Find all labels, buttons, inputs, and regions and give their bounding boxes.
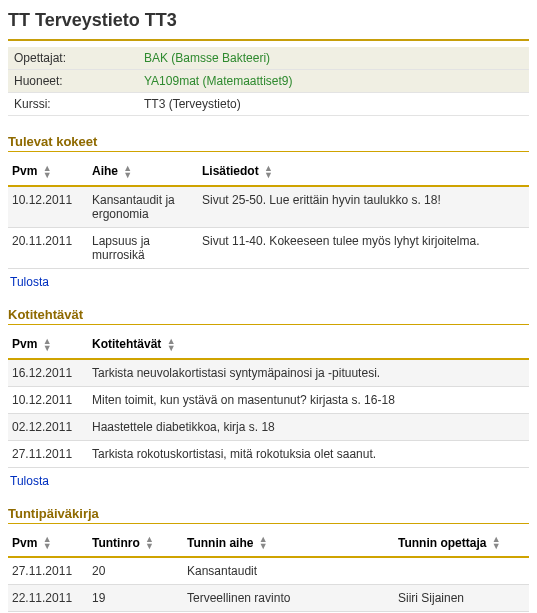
cell-aihe: Kansantaudit ja ergonomia [88, 186, 198, 228]
cell-pvm: 16.12.2011 [8, 359, 88, 387]
homework-table: Pvm Kotitehtävät 16.12.2011Tarkista neuv… [8, 331, 529, 468]
cell-task: Haastettele diabetikkoa, kirja s. 18 [88, 413, 529, 440]
cell-pvm: 27.11.2011 [8, 440, 88, 467]
sort-icon[interactable] [145, 536, 154, 550]
diary-header-opettaja[interactable]: Tunnin opettaja [394, 530, 529, 558]
section-title-exams: Tulevat kokeet [8, 134, 529, 149]
homework-header-task[interactable]: Kotitehtävät [88, 331, 529, 359]
table-row: 16.12.2011Tarkista neuvolakortistasi syn… [8, 359, 529, 387]
sort-icon[interactable] [167, 338, 176, 352]
cell-pvm: 10.12.2011 [8, 186, 88, 228]
table-row: 10.12.2011Miten toimit, kun ystävä on ma… [8, 386, 529, 413]
print-link-homework[interactable]: Tulosta [10, 474, 49, 488]
course-info-table: Opettajat:BAK (Bamsse Bakteeri)Huoneet:Y… [8, 47, 529, 116]
cell-pvm: 02.12.2011 [8, 413, 88, 440]
info-label: Kurssi: [8, 93, 138, 116]
cell-pvm: 27.11.2011 [8, 557, 88, 585]
exams-header-aihe[interactable]: Aihe [88, 158, 198, 186]
exams-header-pvm[interactable]: Pvm [8, 158, 88, 186]
info-value[interactable]: BAK (Bamsse Bakteeri) [138, 47, 529, 70]
table-row: 27.11.2011Tarkista rokotuskortistasi, mi… [8, 440, 529, 467]
sort-icon[interactable] [492, 536, 501, 550]
info-row: Huoneet:YA109mat (Matemaattiset9) [8, 70, 529, 93]
cell-task: Tarkista neuvolakortistasi syntymäpainos… [88, 359, 529, 387]
header-label: Aihe [92, 164, 118, 178]
header-label: Tunnin opettaja [398, 536, 486, 550]
diary-table: Pvm Tuntinro Tunnin aihe Tunnin opettaja… [8, 530, 529, 613]
header-label: Kotitehtävät [92, 337, 161, 351]
section-divider-diary [8, 523, 529, 524]
exams-table: Pvm Aihe Lisätiedot 10.12.2011Kansantaud… [8, 158, 529, 269]
sort-icon[interactable] [264, 165, 273, 179]
section-title-diary: Tuntipäiväkirja [8, 506, 529, 521]
header-label: Pvm [12, 164, 37, 178]
info-label: Huoneet: [8, 70, 138, 93]
diary-header-aihe[interactable]: Tunnin aihe [183, 530, 394, 558]
table-row: 02.12.2011 Haastettele diabetikkoa, kirj… [8, 413, 529, 440]
cell-pvm: 22.11.2011 [8, 585, 88, 612]
sort-icon[interactable] [43, 165, 52, 179]
header-label: Pvm [12, 536, 37, 550]
header-label: Tuntinro [92, 536, 140, 550]
sort-icon[interactable] [43, 536, 52, 550]
diary-header-pvm[interactable]: Pvm [8, 530, 88, 558]
cell-nro: 19 [88, 585, 183, 612]
cell-pvm: 10.12.2011 [8, 386, 88, 413]
info-value[interactable]: YA109mat (Matemaattiset9) [138, 70, 529, 93]
section-divider-homework [8, 324, 529, 325]
cell-aihe: Kansantaudit [183, 557, 394, 585]
section-divider-exams [8, 151, 529, 152]
info-label: Opettajat: [8, 47, 138, 70]
sort-icon[interactable] [123, 165, 132, 179]
info-link[interactable]: YA109mat (Matemaattiset9) [144, 74, 293, 88]
print-link-exams[interactable]: Tulosta [10, 275, 49, 289]
cell-opettaja: Siiri Sijainen [394, 585, 529, 612]
title-divider [8, 39, 529, 41]
cell-pvm: 20.11.2011 [8, 227, 88, 268]
cell-lisatiedot: Sivut 25-50. Lue erittäin hyvin taulukko… [198, 186, 529, 228]
info-value: TT3 (Terveystieto) [138, 93, 529, 116]
info-row: Opettajat:BAK (Bamsse Bakteeri) [8, 47, 529, 70]
info-row: Kurssi:TT3 (Terveystieto) [8, 93, 529, 116]
cell-opettaja [394, 557, 529, 585]
header-label: Pvm [12, 337, 37, 351]
sort-icon[interactable] [259, 536, 268, 550]
table-row: 27.11.201120Kansantaudit [8, 557, 529, 585]
exams-header-lisatiedot[interactable]: Lisätiedot [198, 158, 529, 186]
table-row: 20.11.2011Lapsuus ja murrosikäSivut 11-4… [8, 227, 529, 268]
cell-aihe: Lapsuus ja murrosikä [88, 227, 198, 268]
table-row: 22.11.201119Terveellinen ravintoSiiri Si… [8, 585, 529, 612]
cell-task: Miten toimit, kun ystävä on masentunut? … [88, 386, 529, 413]
section-title-homework: Kotitehtävät [8, 307, 529, 322]
homework-header-pvm[interactable]: Pvm [8, 331, 88, 359]
header-label: Lisätiedot [202, 164, 259, 178]
page-title: TT Terveystieto TT3 [8, 10, 529, 31]
table-row: 10.12.2011Kansantaudit ja ergonomiaSivut… [8, 186, 529, 228]
info-link[interactable]: BAK (Bamsse Bakteeri) [144, 51, 270, 65]
sort-icon[interactable] [43, 338, 52, 352]
header-label: Tunnin aihe [187, 536, 253, 550]
cell-task: Tarkista rokotuskortistasi, mitä rokotuk… [88, 440, 529, 467]
cell-lisatiedot: Sivut 11-40. Kokeeseen tulee myös lyhyt … [198, 227, 529, 268]
diary-header-nro[interactable]: Tuntinro [88, 530, 183, 558]
cell-aihe: Terveellinen ravinto [183, 585, 394, 612]
cell-nro: 20 [88, 557, 183, 585]
